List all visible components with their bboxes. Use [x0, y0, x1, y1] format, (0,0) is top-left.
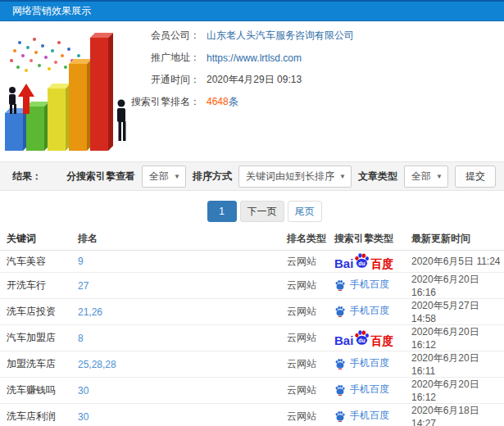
engine-cell: 手机百度 [330, 351, 407, 378]
engine-cell: Bai du 百度 [330, 325, 407, 351]
next-page-button[interactable]: 下一页 [240, 201, 284, 222]
keyword-cell: 加盟洗车店 [0, 351, 74, 378]
rank-cell: 30 [74, 378, 283, 404]
engine-cell: 手机百度 [330, 273, 407, 299]
updated-cell: 2020年5月27日 14:58 [407, 299, 504, 325]
mobile-baidu-label: 手机百度 [350, 409, 389, 423]
mobile-baidu-label: 手机百度 [350, 383, 389, 397]
baidu-logo: Bai du 百度 [334, 252, 393, 270]
rank-cell: 21,26 [74, 299, 283, 325]
keyword-cell: 汽车美容 [0, 251, 74, 273]
engine-rank-value[interactable]: 4648条 [207, 95, 238, 109]
rank-link[interactable]: 25,28,28 [78, 359, 116, 370]
promo-url-row: 推广地址： https://www.lrtlsd.com [105, 47, 354, 69]
col-engine-type: 搜索引擎类型 [330, 228, 407, 251]
col-keyword: 关键词 [0, 228, 74, 251]
table-row: 汽车加盟店8云网站 Bai du 百度 2020年6月20日 16:12 [0, 325, 504, 351]
submit-button[interactable]: 提交 [455, 165, 496, 188]
top-header-bar: 网络营销效果展示 [0, 0, 504, 21]
table-row: 开洗车行27云网站 手机百度 2020年6月20日 16:16 [0, 273, 504, 299]
svg-text:du: du [359, 337, 366, 342]
sort-label: 排序方式 [193, 170, 232, 184]
pagination: 1 下一页 尾页 [0, 201, 504, 222]
svg-text:du: du [359, 261, 366, 266]
keyword-cell: 洗车赚钱吗 [0, 378, 74, 404]
baidu-paw-icon [334, 279, 346, 291]
rank-type-cell: 云网站 [283, 273, 330, 299]
last-page-button[interactable]: 尾页 [288, 201, 322, 222]
col-updated: 最新更新时间 [407, 228, 504, 251]
article-type-select[interactable]: 全部 ▼ [404, 165, 448, 188]
updated-cell: 2020年6月20日 16:12 [407, 325, 504, 351]
updated-cell: 2020年6月20日 16:12 [407, 378, 504, 404]
filter-bar: 结果： 分搜索引擎查看 全部 ▼ 排序方式 关键词由短到长排序 ▼ 文章类型 全… [0, 161, 504, 191]
page-button-current[interactable]: 1 [207, 201, 237, 222]
mobile-baidu-badge: 手机百度 [334, 304, 389, 318]
baidu-paw-icon [334, 384, 346, 396]
article-type-value: 全部 [411, 170, 431, 182]
engine-cell: 手机百度 [330, 299, 407, 325]
open-time-value: 2020年4月29日 09:13 [207, 73, 302, 87]
engine-rank-row: 搜索引擎排名： 4648条 [105, 91, 354, 113]
rank-unit: 条 [229, 96, 238, 107]
open-time-row: 开通时间： 2020年4月29日 09:13 [105, 69, 354, 91]
table-header-row: 关键词 排名 排名类型 搜索引擎类型 最新更新时间 [0, 228, 504, 251]
promo-url-link[interactable]: https://www.lrtlsd.com [207, 52, 302, 64]
rank-type-cell: 云网站 [283, 378, 330, 404]
chevron-down-icon: ▼ [436, 166, 443, 187]
engine-cell: 手机百度 [330, 404, 407, 426]
table-row: 汽车美容9云网站 Bai du 百度 2020年6月5日 11:24 [0, 251, 504, 273]
result-label: 结果： [12, 170, 42, 184]
info-section: 会员公司： 山东老人头汽车服务咨询有限公司 推广地址： https://www.… [0, 21, 504, 161]
promo-url-label: 推广地址： [105, 51, 200, 65]
col-rank-type: 排名类型 [283, 228, 330, 251]
col-rank: 排名 [74, 228, 283, 251]
keyword-cell: 洗车店利润 [0, 404, 74, 426]
mobile-baidu-badge: 手机百度 [334, 409, 389, 423]
engine-filter-value: 全部 [149, 170, 169, 182]
engine-rank-label: 搜索引擎排名： [105, 95, 200, 109]
table-row: 洗车赚钱吗30云网站 手机百度 2020年6月20日 16:12 [0, 378, 504, 404]
article-type-label: 文章类型 [358, 170, 397, 184]
rank-cell: 30 [74, 404, 283, 426]
mobile-baidu-label: 手机百度 [350, 304, 389, 318]
sort-select[interactable]: 关键词由短到长排序 ▼ [238, 165, 352, 188]
open-time-label: 开通时间： [105, 73, 200, 87]
rank-type-cell: 云网站 [283, 325, 330, 351]
rank-type-cell: 云网站 [283, 351, 330, 378]
keyword-cell: 洗车店投资 [0, 299, 74, 325]
sort-value: 关键词由短到长排序 [246, 170, 334, 182]
rank-link[interactable]: 21,26 [78, 306, 102, 318]
engine-filter-select[interactable]: 全部 ▼ [142, 165, 186, 188]
rank-type-cell: 云网站 [283, 299, 330, 325]
mobile-baidu-badge: 手机百度 [334, 383, 389, 397]
chevron-down-icon: ▼ [339, 166, 346, 187]
baidu-paw-icon [334, 306, 346, 317]
baidu-paw-icon [334, 410, 346, 422]
updated-cell: 2020年6月20日 16:11 [407, 351, 504, 378]
mobile-baidu-badge: 手机百度 [334, 278, 389, 292]
rank-link[interactable]: 9 [78, 256, 84, 267]
engine-cell: 手机百度 [330, 378, 407, 404]
rank-type-cell: 云网站 [283, 404, 330, 426]
mobile-baidu-label: 手机百度 [350, 278, 389, 292]
rank-link[interactable]: 30 [78, 411, 89, 423]
rank-cell: 27 [74, 273, 283, 299]
mobile-baidu-badge: 手机百度 [334, 356, 389, 370]
member-company-row: 会员公司： 山东老人头汽车服务咨询有限公司 [105, 25, 354, 47]
results-table: 关键词 排名 排名类型 搜索引擎类型 最新更新时间 汽车美容9云网站 Bai d… [0, 228, 504, 426]
updated-cell: 2020年6月18日 14:27 [407, 404, 504, 426]
filter-controls: 分搜索引擎查看 全部 ▼ 排序方式 关键词由短到长排序 ▼ 文章类型 全部 ▼ … [66, 165, 496, 188]
table-row: 洗车店投资21,26云网站 手机百度 2020年5月27日 14:58 [0, 299, 504, 325]
rank-link[interactable]: 27 [78, 280, 89, 292]
rank-link[interactable]: 30 [78, 385, 89, 397]
baidu-paw-icon: du [353, 329, 370, 347]
updated-cell: 2020年6月5日 11:24 [407, 251, 504, 273]
rank-cell: 8 [74, 325, 283, 351]
rank-count: 4648 [207, 96, 229, 107]
table-row: 加盟洗车店25,28,28云网站 手机百度 2020年6月20日 16:11 [0, 351, 504, 378]
member-company-link[interactable]: 山东老人头汽车服务咨询有限公司 [207, 29, 354, 43]
rank-link[interactable]: 8 [78, 333, 84, 344]
results-tbody: 汽车美容9云网站 Bai du 百度 2020年6月5日 11:24开洗车行27… [0, 251, 504, 426]
rank-cell: 9 [74, 251, 283, 273]
